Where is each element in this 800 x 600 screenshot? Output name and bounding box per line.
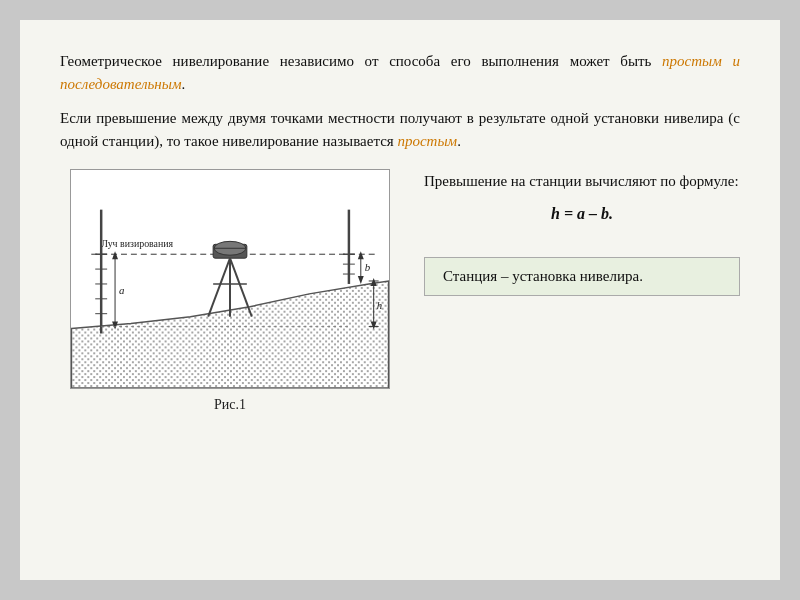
text-block: Геометрическое нивелирование независимо … xyxy=(60,50,740,153)
svg-text:Луч визирования: Луч визирования xyxy=(101,238,173,249)
content-row: Луч визирования a xyxy=(60,169,740,413)
paragraph1-start: Геометрическое нивелирование независимо … xyxy=(60,53,662,69)
slide: Геометрическое нивелирование независимо … xyxy=(20,20,780,580)
paragraph-1: Геометрическое нивелирование независимо … xyxy=(60,50,740,97)
svg-text:h: h xyxy=(377,299,382,311)
figure-diagram: Луч визирования a xyxy=(70,169,390,389)
station-box: Станция – установка нивелира. xyxy=(424,257,740,296)
station-text: Станция – установка нивелира. xyxy=(443,268,643,284)
paragraph1-end: . xyxy=(182,76,186,92)
figure-block: Луч визирования a xyxy=(60,169,400,413)
paragraph2-end: . xyxy=(457,133,461,149)
right-block: Превышение на станции вычисляют по форму… xyxy=(424,169,740,296)
svg-text:b: b xyxy=(365,261,371,273)
formula-intro: Превышение на станции вычисляют по форму… xyxy=(424,173,739,189)
figure-caption: Рис.1 xyxy=(214,397,246,413)
formula-block: Превышение на станции вычисляют по форму… xyxy=(424,169,740,227)
svg-text:a: a xyxy=(119,284,125,296)
paragraph-2: Если превышение между двумя точками мест… xyxy=(60,107,740,154)
paragraph2-italic: простым xyxy=(397,133,457,149)
formula: h = a – b. xyxy=(424,201,740,227)
